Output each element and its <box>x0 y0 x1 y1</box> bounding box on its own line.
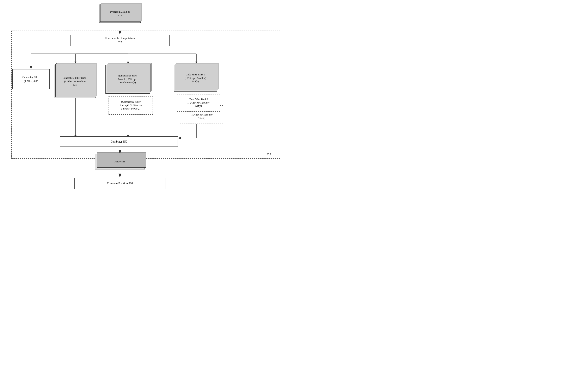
compute-position-label: Compute Position 860 <box>107 181 133 186</box>
cfb2-label3: 845(2) <box>188 104 209 108</box>
quintessence-filter-bank-1: Quintessence Filter Bank 1 (1 Filter per… <box>106 65 150 94</box>
ionosphere-filter-bank: Ionosphere Filter Bank (1 Filter per Sat… <box>54 65 96 98</box>
coeff-label2: 825 <box>105 40 135 45</box>
quintessence-filter-bank-nf2: Quintessence Filter Bank nf-2 (1 Filter … <box>109 96 153 115</box>
iono-label1: Ionosphere Filter Bank <box>64 76 87 80</box>
combiner-label: Combiner 850 <box>111 140 127 144</box>
geo-label2: (1 Filter) 830 <box>22 79 40 83</box>
array-label: Array 855 <box>114 160 125 164</box>
diagram-container: 820 Prepared Data Set 815 Coefficients C… <box>0 0 294 196</box>
qfb1-label3: Satellite) 840(1) <box>118 81 138 84</box>
qfb1-label2: Bank 1 (1 Filter per <box>118 78 138 81</box>
cfb2-label1: Code Filter Bank 2 <box>188 98 209 101</box>
array: Array 855 <box>95 154 145 170</box>
cfb2-label2: (1 Filter per Satellite) <box>188 101 209 104</box>
label-820: 820 <box>267 153 271 156</box>
compute-position: Compute Position 860 <box>75 178 165 189</box>
geometry-filter: Geometry Filter (1 Filter) 830 <box>13 69 50 89</box>
cfbnf-label3: 845(nf) <box>191 116 213 120</box>
iono-label3: 835 <box>64 83 87 86</box>
combiner: Combiner 850 <box>60 136 178 147</box>
prepared-data-set-label2: 815 <box>110 14 130 17</box>
code-filter-bank-1: Code Filter Bank 1 (1 Filter per Satelli… <box>174 65 217 92</box>
coefficients-computation: Coefficients Computation 825 <box>70 35 170 46</box>
qfb1-label1: Quintessence Filter <box>118 74 138 78</box>
qfbnf2-label2: Bank nf-2 (1 Filter per <box>120 104 142 107</box>
prepared-data-set-label1: Prepared Data Set <box>110 10 130 14</box>
qfbnf2-label3: Satellite) 840(nf-2) <box>120 107 142 110</box>
cfb1-label3: 845(1) <box>185 80 206 83</box>
prepared-data-set: Prepared Data Set 815 <box>99 4 141 23</box>
cfbnf-label2: (1 Filter per Satellite) <box>191 113 213 116</box>
geo-label1: Geometry Filter <box>22 75 40 79</box>
cfb1-label1: Code Filter Bank 1 <box>185 73 206 76</box>
code-filter-bank-2: Code Filter Bank 2 (1 Filter per Satelli… <box>177 94 220 112</box>
qfbnf2-label1: Quintessence Filter <box>120 100 142 104</box>
cfb1-label2: (1 Filter per Satellite) <box>185 76 206 80</box>
coeff-label1: Coefficients Computation <box>105 36 135 40</box>
iono-label2: (1 Filter per Satellite) <box>64 80 87 83</box>
